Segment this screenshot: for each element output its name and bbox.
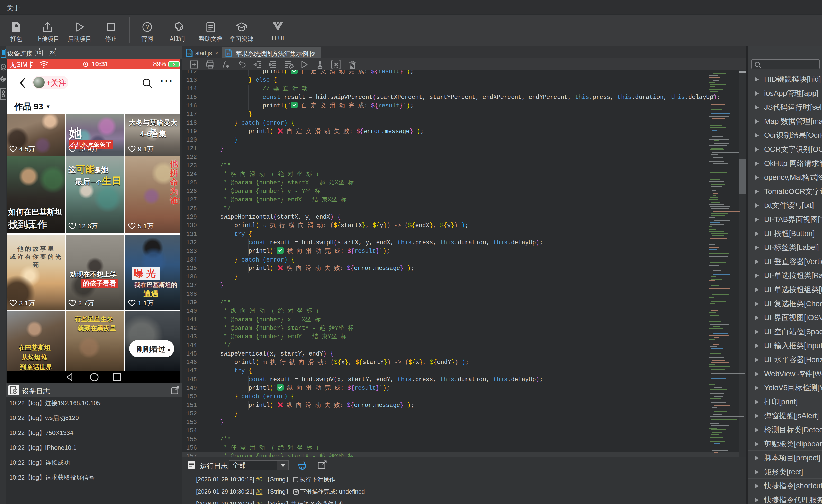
svg-text:JS: JS xyxy=(187,52,191,56)
svg-text:JS: JS xyxy=(227,52,231,56)
svg-text:?: ? xyxy=(146,24,149,30)
